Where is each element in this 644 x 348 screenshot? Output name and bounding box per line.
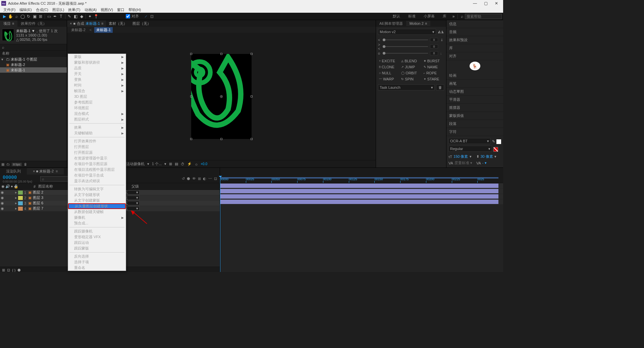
stroke-swatch[interactable]	[493, 147, 498, 152]
pan-behind-tool[interactable]: ⊞	[38, 13, 44, 19]
workspace-standard[interactable]: 标准	[404, 14, 420, 19]
project-tab[interactable]: 项目≡	[0, 20, 17, 27]
motion-null-button[interactable]: ○NULL	[378, 70, 399, 76]
menu-item[interactable]: 关键帧辅助▶	[68, 130, 126, 136]
menu-file[interactable]: 文件(F)	[1, 7, 17, 12]
graph-editor-icon[interactable]: 〰	[208, 177, 212, 181]
transform-handle[interactable]	[251, 53, 253, 55]
menu-item[interactable]: 混合模式▶	[68, 111, 126, 117]
task-delete-button[interactable]: 🗑	[436, 84, 444, 90]
task-launch-select[interactable]: Task Launch▾	[378, 84, 435, 90]
character-header[interactable]: 字符	[446, 128, 503, 136]
folder-new-icon[interactable]: 🗀	[6, 162, 10, 166]
3d-icon[interactable]: ⏱	[181, 162, 184, 166]
slider[interactable]	[383, 46, 428, 47]
menu-composition[interactable]: 合成(C)	[34, 7, 50, 12]
layer-color-label[interactable]	[18, 201, 23, 205]
motion-burst-button[interactable]: ✷BURST	[423, 58, 444, 64]
eraser-tool[interactable]: ◆	[78, 13, 85, 19]
motion-blend-button[interactable]: ◬BLEND	[400, 58, 422, 64]
menu-window[interactable]: 窗口	[115, 7, 126, 12]
footage-tab[interactable]: 素材（无）	[106, 20, 130, 27]
motion-warp-button[interactable]: 〰WARP	[378, 76, 399, 82]
shy-icon[interactable]: 👁	[192, 177, 196, 181]
menu-edit[interactable]: 编辑(E)	[17, 7, 34, 12]
selection-tool[interactable]: ▶	[1, 13, 7, 19]
transform-handle[interactable]	[220, 53, 222, 55]
menu-item[interactable]: 摄像机▶	[68, 215, 126, 220]
tree-item[interactable]: ▣ 未标题-1	[0, 67, 67, 73]
layer-name[interactable]: 图层 3	[32, 195, 68, 200]
breadcrumb-item[interactable]: 未标题-1	[94, 27, 113, 33]
brushes-header[interactable]: 画笔	[446, 80, 503, 88]
track[interactable]	[220, 189, 503, 194]
workspace-default[interactable]: 默认	[389, 14, 404, 19]
frame-blend-icon[interactable]: ⊞	[198, 177, 201, 181]
script-manager-tab[interactable]: AE脚本管理器	[376, 20, 406, 27]
motion-jump-button[interactable]: ↗JUMP	[400, 64, 422, 70]
fill-swatch[interactable]	[496, 139, 501, 144]
mask-interp-header[interactable]: 蒙版插值	[446, 112, 503, 120]
snap-checkbox[interactable]	[126, 14, 130, 18]
menu-item[interactable]: 参考线图层	[68, 99, 126, 105]
shape-tool[interactable]: ▭	[46, 13, 52, 19]
draft3d-icon[interactable]: ⬣	[187, 177, 190, 181]
parent-header[interactable]: 父级	[130, 184, 157, 189]
slider-value[interactable]: 0	[430, 51, 438, 55]
slider-value[interactable]: 0	[430, 45, 438, 49]
comp-tab[interactable]: × ■ 合成 未标题-1 ≡	[67, 20, 106, 27]
menu-item[interactable]: 帧混合▶	[68, 88, 126, 94]
roto-tool[interactable]: ✦	[87, 13, 93, 19]
track[interactable]	[220, 194, 503, 199]
toggle-inout-icon[interactable]: { }	[12, 268, 15, 272]
menu-item[interactable]: 在项目中显示合成	[68, 172, 126, 178]
timeline-comp-tab[interactable]: × ■ 未标题-2≡	[27, 168, 64, 175]
orbit-tool[interactable]: ◯	[19, 13, 25, 19]
paragraph-header[interactable]: 段落	[446, 120, 503, 128]
puppet-tool[interactable]: 📍	[93, 13, 99, 19]
menu-item[interactable]: 反向选择	[68, 254, 126, 259]
interpret-icon[interactable]: ▦	[1, 162, 4, 166]
comp-mini-flowchart-icon[interactable]: ↺	[182, 177, 185, 181]
motion-name-button[interactable]: ✎NAME	[423, 64, 444, 70]
expand-icon[interactable]: ▾	[1, 57, 5, 62]
transform-handle[interactable]	[251, 138, 253, 140]
motion-blur-icon[interactable]: ◐	[203, 177, 206, 181]
transform-handle[interactable]	[251, 95, 253, 97]
breadcrumb-item[interactable]: 未标题-2	[70, 27, 87, 32]
timeline-search[interactable]	[40, 176, 70, 182]
workspace-small[interactable]: 小屏幕	[420, 14, 439, 19]
playhead[interactable]	[220, 178, 220, 272]
motion-clone-button[interactable]: ⎘CLONE	[378, 64, 399, 70]
smoother-header[interactable]: 平滑器	[446, 96, 503, 104]
visibility-toggle[interactable]: ◉	[0, 201, 5, 205]
audio-panel-header[interactable]: 音频	[446, 28, 503, 36]
project-name-header[interactable]: 名称	[0, 51, 67, 57]
pen-tool[interactable]: ✒	[52, 13, 58, 19]
library-header[interactable]: 库	[446, 44, 503, 52]
bpc-button[interactable]: 8 bpc	[12, 163, 22, 166]
search-help-input[interactable]	[465, 14, 502, 19]
motion-version-select[interactable]: Motion v2▾	[378, 29, 436, 35]
layer-bar[interactable]	[220, 184, 498, 188]
transform-handle[interactable]	[190, 138, 192, 140]
camera-dropdown[interactable]: 活动摄像机	[126, 161, 145, 166]
minimize-button[interactable]: —	[470, 0, 480, 7]
time-ruler[interactable]: 0000000025000500007500100001250015000175…	[220, 178, 503, 183]
motion-spin-button[interactable]: ↻SPIN	[400, 76, 422, 82]
close-button[interactable]: ✕	[491, 0, 502, 7]
expand-toggle[interactable]: ▸	[14, 201, 18, 205]
rotate-tool[interactable]: ↻	[25, 13, 32, 19]
motion-rope-button[interactable]: ⌐ROPE	[423, 70, 444, 76]
menu-item[interactable]: 3D 图层	[68, 94, 126, 99]
layer-name[interactable]: 图层 7	[32, 206, 68, 211]
menu-item[interactable]: 品质▶	[68, 65, 126, 71]
slider[interactable]	[383, 40, 428, 40]
brush-tool[interactable]: ✎	[66, 13, 72, 19]
visibility-toggle[interactable]: ◉	[0, 196, 5, 200]
transform-handle[interactable]	[190, 53, 192, 55]
transform-handle[interactable]	[220, 138, 222, 140]
menu-item[interactable]: 时间▶	[68, 82, 126, 88]
font-size-value[interactable]: 150 像素	[453, 154, 468, 159]
menu-item[interactable]: 从矢量图层创建形状	[68, 203, 126, 209]
